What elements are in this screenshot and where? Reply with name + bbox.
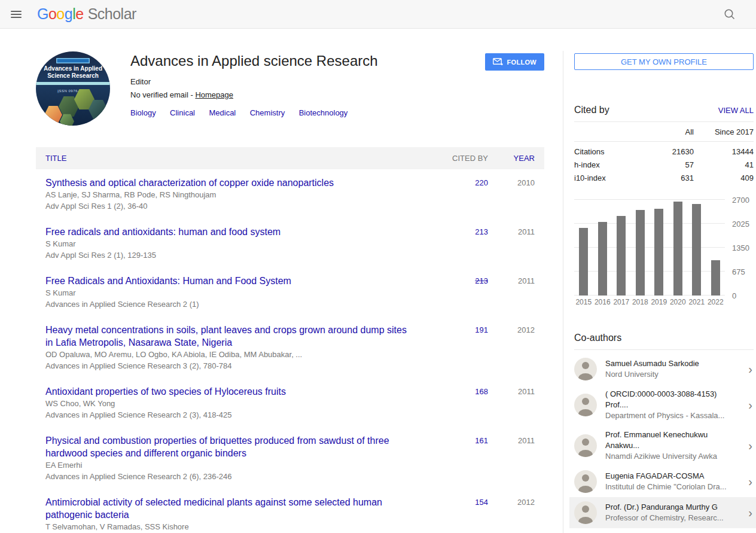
coauthor-name-link[interactable]: Prof. Emmanuel Kenechukwu Anakwu... [605,430,728,451]
topic-link-chemistry[interactable]: Chemistry [250,108,285,117]
search-icon[interactable] [723,7,737,22]
sort-by-year-header[interactable]: YEAR [488,154,535,163]
chart-x-axis: 20152016201720182019202020212022 [574,298,725,306]
article-row: Synthesis and optical characterization o… [36,169,544,218]
homepage-link[interactable]: Homepage [195,90,233,99]
google-scholar-logo[interactable]: Google Scholar [37,5,136,23]
topic-link-biology[interactable]: Biology [130,108,156,117]
article-venue: Advances in Applied Science Research 2 (… [45,299,415,310]
chart-ytick-label: 1350 [732,243,749,252]
coauthor-name-link[interactable]: Eugenia FAGADAR-COSMA [605,471,728,482]
article-year: 2010 [488,176,535,212]
google-logo-text: Google [37,5,84,23]
chart-bar-2019[interactable] [654,209,663,296]
article-row: Antioxidant properties of two species of… [36,378,544,427]
chart-bar-2020[interactable] [673,202,682,296]
coauthor-row[interactable]: Samuel Asumadu Sarkodie Nord University … [569,354,756,385]
cited-by-title: Cited by [574,105,609,115]
coauthor-avatar [574,434,597,457]
chart-gridline [574,223,725,224]
chevron-right-icon[interactable]: › [748,399,754,411]
coauthor-avatar [574,358,597,380]
coauthor-row[interactable]: Prof. (Dr.) Panduranga Murthy G Professo… [569,497,756,528]
chart-gridline [574,199,725,200]
article-row: Antimicrobial activity of selected medic… [36,489,544,533]
envelope-plus-icon [493,58,503,66]
follow-button-label: FOLLOW [507,59,536,66]
chevron-right-icon[interactable]: › [748,363,754,375]
chevron-right-icon[interactable]: › [748,476,754,488]
journal-cover-title-line1: Advances in Applied [36,65,110,72]
coauthor-row[interactable]: Prof. Emmanuel Kenechukwu Anakwu... Nnam… [569,425,756,466]
chart-bar-2018[interactable] [636,210,645,296]
article-cited-by-count[interactable]: 168 [475,387,488,396]
get-my-own-profile-button[interactable]: GET MY OWN PROFILE [574,53,754,70]
article-year: 2012 [488,496,535,533]
article-title-link[interactable]: Antimicrobial activity of selected medic… [45,496,415,521]
article-cited-by-count[interactable]: 220 [475,178,488,187]
stats-col-since: Since 2017 [694,122,754,142]
article-title-link[interactable]: Free radicals and antioxidants: human an… [45,226,415,238]
chart-bar-2021[interactable] [692,204,701,296]
follow-button[interactable]: FOLLOW [485,53,544,71]
chart-bar-2016[interactable] [598,222,607,296]
chart-xtick-label: 2021 [687,298,706,306]
chart-xtick-label: 2017 [612,298,630,306]
stat-label-h-index: h-index [574,158,640,171]
article-cited-by-count[interactable]: 213 [475,276,488,285]
chart-bar-2022[interactable] [711,260,720,296]
article-venue: Adv Appl Sci Res 1 (2), 36-40 [45,201,415,212]
coauthor-affiliation: Department of Physics - Kassala... [605,410,728,421]
article-cited-by-count[interactable]: 154 [475,498,488,507]
stat-i10-index-since: 409 [694,171,754,184]
stat-citations-all: 21630 [640,142,694,159]
coauthors-title: Co-authors [574,333,621,343]
coauthor-avatar [574,501,597,524]
article-title-link[interactable]: Synthesis and optical characterization o… [45,176,415,189]
chart-bar-2015[interactable] [579,228,588,296]
article-title-link[interactable]: Antioxidant properties of two species of… [45,385,415,398]
coauthor-name-link[interactable]: Prof. (Dr.) Panduranga Murthy G [605,502,728,513]
topic-link-clinical[interactable]: Clinical [170,108,195,117]
article-title-link[interactable]: Heavy metal concentrations in soils, pla… [45,324,415,349]
profile-avatar[interactable]: Advances in Applied Science Research ISS… [36,51,110,126]
chart-ytick-label: 0 [732,291,736,300]
view-all-link[interactable]: VIEW ALL [718,106,754,115]
chart-bar-2017[interactable] [617,216,626,296]
article-year: 2012 [488,324,535,371]
chart-gridline [574,271,725,272]
article-authors: OD Opaluwa, MO Aremu, LO Ogbo, KA Abiola… [45,349,415,360]
stat-label-i10-index: i10-index [574,171,640,184]
article-authors: S Kumar [45,288,415,299]
coauthor-row[interactable]: Eugenia FAGADAR-COSMA Institutul de Chim… [569,466,756,497]
article-row: Free Radicals and Antioxidants: Human an… [36,267,544,316]
article-cited-by-count[interactable]: 161 [475,436,488,445]
coauthors-section: Co-authors Samuel Asumadu Sarkodie Nord … [574,333,754,528]
chart-y-axis: 2700202513506750 [725,200,754,296]
article-authors: EA Emerhi [45,460,415,471]
menu-icon[interactable] [11,11,22,18]
coauthor-avatar [574,394,597,416]
stat-citations-since: 13444 [694,142,754,159]
journal-publisher-logo [56,58,90,63]
article-title-link[interactable]: Free Radicals and Antioxidants: Human an… [45,275,415,287]
page-title: Advances in Applied science Research [130,53,378,69]
article-cited-by-count[interactable]: 213 [475,227,488,236]
article-cited-by-count[interactable]: 191 [475,325,488,334]
coauthor-name-link[interactable]: Samuel Asumadu Sarkodie [605,358,728,369]
topic-link-medical[interactable]: Medical [209,108,236,117]
chevron-right-icon[interactable]: › [748,440,754,452]
coauthor-row[interactable]: ( ORCID:0000-0003-3088-4153) Prof.... De… [569,385,756,425]
article-title-link[interactable]: Physical and combustion properties of br… [45,434,415,459]
topic-link-biotechnology[interactable]: Biotechnology [299,108,348,117]
profile-email-status: No verified email - Homepage [130,90,378,99]
coauthor-name-link[interactable]: ( ORCID:0000-0003-3088-4153) Prof.... [605,389,728,410]
citation-stats-table: All Since 2017 Citations 21630 13444 h-i… [574,122,754,184]
sort-by-citations-header: CITED BY [433,154,488,163]
article-authors: AS Lanje, SJ Sharma, RB Pode, RS Ningtho… [45,190,415,200]
citations-per-year-chart: 2700202513506750 20152016201720182019202… [574,200,754,306]
sort-by-title-header[interactable]: TITLE [45,154,433,163]
chevron-right-icon[interactable]: › [748,507,754,519]
journal-cover-title-line2: Science Research [36,72,110,80]
publications-table: TITLE CITED BY YEAR Synthesis and optica… [36,147,544,533]
